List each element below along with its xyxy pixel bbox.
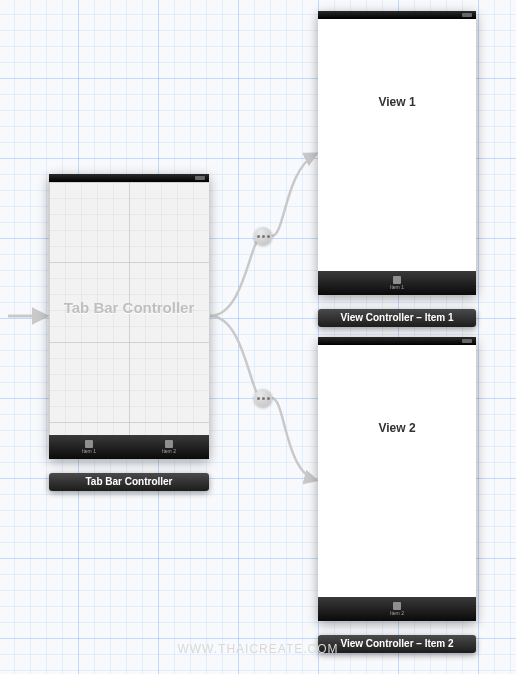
tab-icon (85, 440, 93, 448)
scene-caption-view2[interactable]: View Controller – Item 2 (318, 635, 476, 653)
tab-item-1[interactable]: Item 1 (49, 435, 129, 459)
scene-caption-tab-controller[interactable]: Tab Bar Controller (49, 473, 209, 491)
tab-label: Item 1 (390, 285, 404, 290)
tab-label: Item 2 (162, 449, 176, 454)
tab-item-2[interactable]: Item 2 (129, 435, 209, 459)
tab-bar[interactable]: Item 2 (318, 597, 476, 621)
wire-tab-to-segue2 (210, 316, 262, 398)
wire-segue1-to-view1 (272, 154, 316, 236)
scene-tab-bar-controller[interactable]: Tab Bar Controller Item 1 Item 2 (49, 174, 209, 459)
tab-item[interactable]: Item 2 (318, 597, 476, 621)
tab-bar[interactable]: Item 1 Item 2 (49, 435, 209, 459)
wire-tab-to-segue1 (210, 236, 262, 316)
segue-node-2[interactable] (254, 389, 272, 407)
tab-label: Item 1 (82, 449, 96, 454)
wire-segue2-to-view2 (272, 398, 316, 480)
tab-icon (165, 440, 173, 448)
status-bar (318, 337, 476, 345)
scene-body-view1: View 1 (318, 19, 476, 271)
watermark: WWW.THAICREATE.COM (177, 642, 338, 656)
status-bar (49, 174, 209, 182)
tab-icon (393, 602, 401, 610)
tab-icon (393, 276, 401, 284)
scene-view-controller-2[interactable]: View 2 Item 2 (318, 337, 476, 621)
view-body-label: View 1 (378, 95, 415, 109)
tab-item[interactable]: Item 1 (318, 271, 476, 295)
view-body-label: View 2 (378, 421, 415, 435)
scene-body-tab-controller: Tab Bar Controller (49, 182, 209, 435)
storyboard-canvas[interactable]: Tab Bar Controller Item 1 Item 2 Tab Bar… (0, 0, 516, 674)
scene-body-view2: View 2 (318, 345, 476, 597)
ghost-title: Tab Bar Controller (64, 298, 195, 315)
tab-label: Item 2 (390, 611, 404, 616)
scene-view-controller-1[interactable]: View 1 Item 1 (318, 11, 476, 295)
status-bar (318, 11, 476, 19)
scene-caption-view1[interactable]: View Controller – Item 1 (318, 309, 476, 327)
segue-node-1[interactable] (254, 227, 272, 245)
tab-bar[interactable]: Item 1 (318, 271, 476, 295)
